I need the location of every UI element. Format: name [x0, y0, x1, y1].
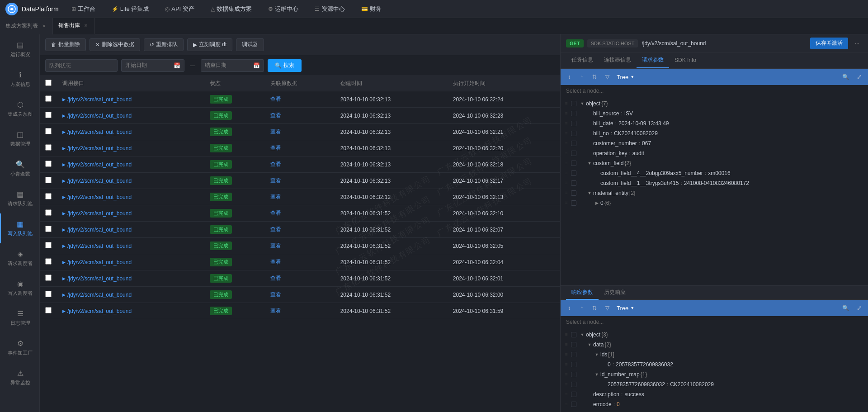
view-link[interactable]: 查看	[270, 112, 281, 118]
expand-btn[interactable]: ⤢	[854, 72, 864, 82]
nav-api[interactable]: ◎ API 资产	[161, 3, 198, 15]
row-checkbox[interactable]	[45, 144, 52, 151]
tree-node[interactable]: ⠿bill_no:CK202410082029	[561, 128, 868, 138]
row-checkbox[interactable]	[45, 161, 52, 167]
tree-node[interactable]: ⠿▼object {3}	[561, 330, 868, 340]
nav-finance[interactable]: 💳 财务	[358, 3, 385, 15]
node-checkbox[interactable]	[571, 190, 576, 196]
tab-task-info[interactable]: 任务信息	[566, 52, 599, 68]
sidebar-item-write-scheduler[interactable]: ◉ 写入调度者	[0, 273, 39, 303]
tree-node[interactable]: ⠿operation_key:audit	[561, 148, 868, 158]
resp-tree-expand-all[interactable]: ↑	[577, 303, 587, 313]
sidebar-item-anomaly[interactable]: ⚠ 异常监控	[0, 363, 39, 393]
row-checkbox[interactable]	[45, 242, 52, 248]
resp-tree-sort[interactable]: ⇅	[590, 303, 599, 313]
sidebar-item-relation[interactable]: ⬡ 集成关系图	[0, 94, 39, 124]
row-checkbox[interactable]	[45, 226, 52, 232]
row-checkbox[interactable]	[45, 95, 52, 102]
row-checkbox[interactable]	[45, 209, 52, 216]
row-checkbox[interactable]	[45, 128, 52, 134]
more-button[interactable]: ···	[852, 38, 863, 49]
sidebar-item-event-factory[interactable]: ⚙ 事件加工厂	[0, 333, 39, 363]
tree-node[interactable]: ⠿▼data {2}	[561, 340, 868, 350]
logo[interactable]: DataPlatform	[5, 3, 59, 15]
api-link[interactable]: ▶ /jdy/v2/scm/sal_out_bound	[62, 243, 199, 249]
node-checkbox[interactable]	[571, 382, 576, 387]
select-all-checkbox[interactable]	[45, 80, 52, 86]
view-link[interactable]: 查看	[270, 291, 281, 298]
save-activate-button[interactable]: 保存并激活	[810, 38, 848, 49]
nav-resources[interactable]: ☰ 资源中心	[311, 3, 349, 15]
node-checkbox[interactable]	[571, 141, 576, 146]
tree-toggle[interactable]: ▼	[580, 332, 585, 337]
search-button[interactable]: 🔍 搜索	[268, 59, 302, 72]
tree-node[interactable]: ⠿▼object {7}	[561, 99, 868, 109]
api-link[interactable]: ▶ /jdy/v2/scm/sal_out_bound	[62, 96, 199, 103]
sidebar-item-req-queue[interactable]: ▤ 请求队列池	[0, 184, 39, 213]
nav-workbench[interactable]: ⊞ 工作台	[68, 3, 99, 15]
tree-node[interactable]: ⠿custom_field__1__3trygs3uh415:241008-04…	[561, 178, 868, 188]
view-link[interactable]: 查看	[270, 161, 281, 167]
sidebar-item-query[interactable]: 🔍 小青查数	[0, 154, 39, 184]
schedule-dt-button[interactable]: ▶ 立刻调度 dt	[187, 38, 232, 51]
sidebar-item-info[interactable]: ℹ 方案信息	[0, 64, 39, 94]
api-link[interactable]: ▶ /jdy/v2/scm/sal_out_bound	[62, 292, 199, 298]
api-link[interactable]: ▶ /jdy/v2/scm/sal_out_bound	[62, 129, 199, 135]
node-checkbox[interactable]	[571, 342, 576, 347]
api-link[interactable]: ▶ /jdy/v2/scm/sal_out_bound	[62, 145, 199, 152]
tree-node[interactable]: ⠿0:2057835772609836032	[561, 360, 868, 369]
row-checkbox[interactable]	[45, 177, 52, 183]
tree-sort[interactable]: ⇅	[590, 72, 599, 82]
tree-toggle[interactable]: ▼	[587, 342, 592, 347]
tree-node[interactable]: ⠿▼material_entity [2]	[561, 188, 868, 198]
tree-dropdown-icon[interactable]: ▼	[630, 75, 634, 79]
row-checkbox[interactable]	[45, 307, 52, 313]
api-link[interactable]: ▶ /jdy/v2/scm/sal_out_bound	[62, 275, 199, 282]
debugger-button[interactable]: 调试器	[236, 38, 264, 51]
node-checkbox[interactable]	[571, 402, 576, 407]
resp-expand-btn[interactable]: ⤢	[854, 303, 864, 313]
row-checkbox[interactable]	[45, 275, 52, 281]
node-checkbox[interactable]	[571, 372, 576, 377]
api-link[interactable]: ▶ /jdy/v2/scm/sal_out_bound	[62, 259, 199, 265]
sidebar-item-data-mgmt[interactable]: ◫ 数据管理	[0, 124, 39, 154]
resp-tree-collapse-all[interactable]: ↕	[564, 303, 574, 313]
row-checkbox[interactable]	[45, 112, 52, 118]
tree-node[interactable]: ⠿customer_number:067	[561, 138, 868, 148]
resp-tree-filter[interactable]: ▽	[602, 303, 612, 313]
tree-node[interactable]: ⠿▼ids [1]	[561, 350, 868, 360]
tab-integration-list[interactable]: 集成方案列表 ✕	[0, 18, 53, 34]
api-link[interactable]: ▶ /jdy/v2/scm/sal_out_bound	[62, 161, 199, 168]
tree-toggle[interactable]: ▼	[580, 101, 585, 106]
tree-toggle[interactable]: ▶	[594, 200, 599, 206]
tree-filter[interactable]: ▽	[602, 72, 612, 82]
sidebar-item-overview[interactable]: ▤ 运行概况	[0, 34, 39, 64]
node-checkbox[interactable]	[571, 111, 576, 116]
tree-toggle[interactable]: ▼	[587, 190, 592, 196]
node-checkbox[interactable]	[571, 180, 576, 186]
api-link[interactable]: ▶ /jdy/v2/scm/sal_out_bound	[62, 210, 199, 217]
view-link[interactable]: 查看	[270, 177, 281, 184]
api-link[interactable]: ▶ /jdy/v2/scm/sal_out_bound	[62, 194, 199, 200]
tree-node[interactable]: ⠿2057835772609836032:CK202410082029	[561, 379, 868, 389]
view-link[interactable]: 查看	[270, 259, 281, 265]
node-checkbox[interactable]	[571, 101, 576, 106]
view-link[interactable]: 查看	[270, 128, 281, 135]
view-link[interactable]: 查看	[270, 96, 281, 102]
view-link[interactable]: 查看	[270, 194, 281, 200]
sidebar-item-log[interactable]: ☰ 日志管理	[0, 303, 39, 333]
api-link[interactable]: ▶ /jdy/v2/scm/sal_out_bound	[62, 113, 199, 119]
tab-sales-out[interactable]: 销售出库 ✕	[53, 18, 95, 34]
sidebar-item-write-queue[interactable]: ▦ 写入队列池	[0, 213, 39, 243]
tree-collapse-all[interactable]: ↕	[564, 72, 574, 82]
node-checkbox[interactable]	[571, 332, 576, 337]
batch-delete-button[interactable]: 🗑 批量删除	[45, 38, 86, 51]
tree-node[interactable]: ⠿bill_source:ISV	[561, 109, 868, 118]
end-date-filter[interactable]: 结束日期 📅	[201, 59, 264, 72]
tree-node[interactable]: ⠿custom_field__4__2obgp309axx5_number:xm…	[561, 168, 868, 178]
delete-selected-button[interactable]: ✕ 删除选中数据	[90, 38, 140, 51]
tree-toggle[interactable]: ▼	[587, 161, 592, 166]
tab-response-params[interactable]: 响应参数	[566, 286, 599, 300]
api-link[interactable]: ▶ /jdy/v2/scm/sal_out_bound	[62, 178, 199, 184]
tree-node[interactable]: ⠿errcode:0	[561, 399, 868, 409]
